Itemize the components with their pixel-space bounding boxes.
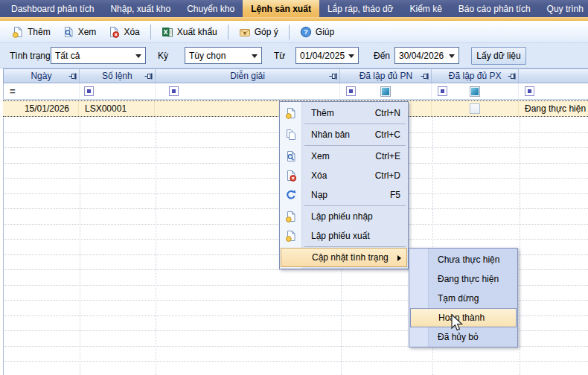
filter-condition-icon[interactable]	[525, 86, 534, 96]
copy-icon	[285, 129, 297, 141]
to-date-value: 30/04/2026	[399, 51, 444, 61]
menu-item-lap-phieu-nhap[interactable]: Lập phiếu nhập	[280, 207, 408, 226]
pin-column-icon[interactable]	[68, 73, 77, 80]
filter-condition-icon[interactable]	[346, 86, 356, 96]
add-document-icon	[285, 107, 297, 119]
view-document-icon	[63, 26, 74, 38]
tab-bao-cao-phan-tich[interactable]: Báo cáo phân tích	[450, 0, 539, 17]
column-gridline	[520, 118, 520, 375]
column-header-label: Diễn giải	[230, 71, 265, 81]
view-button-label: Xem	[78, 27, 97, 37]
submenu-item-dang-thuc-hien[interactable]: Đang thực hiện	[409, 269, 517, 289]
status-filter-combobox[interactable]: Tất cả	[51, 47, 146, 64]
period-filter-combobox[interactable]: Tùy chọn	[185, 47, 262, 64]
submenu-arrow-icon	[397, 255, 401, 261]
menu-item-shortcut: F5	[390, 190, 400, 200]
filter-cell-so-lenh[interactable]	[80, 83, 156, 99]
column-header-ngay[interactable]: Ngày	[4, 68, 80, 83]
pin-column-icon[interactable]	[329, 73, 337, 80]
column-header-label: Đã lập đủ PN	[359, 71, 412, 81]
add-document-icon	[12, 26, 24, 38]
tab-dashboard-phan-tich[interactable]: Dashboard phân tích	[3, 0, 102, 17]
add-button-label: Thêm	[28, 27, 51, 37]
pin-column-icon[interactable]	[508, 73, 516, 80]
pin-column-icon[interactable]	[421, 73, 429, 80]
tab-quy-trinh[interactable]: Quy trình	[539, 0, 588, 17]
feedback-button[interactable]: Góp ý	[233, 24, 284, 40]
load-data-button[interactable]: Lấy dữ liệu	[471, 47, 526, 65]
tab-chuyen-kho[interactable]: Chuyển kho	[179, 0, 243, 17]
tab-kiem-ke[interactable]: Kiểm kê	[401, 0, 450, 17]
chevron-down-icon	[348, 54, 354, 58]
menu-item-xoa[interactable]: Xóa Ctrl+D	[280, 166, 408, 185]
view-button[interactable]: Xem	[57, 24, 103, 40]
help-button[interactable]: Giúp	[294, 24, 340, 40]
filter-condition-icon[interactable]	[438, 86, 447, 96]
menu-item-cap-nhat-tinh-trang[interactable]: Cập nhật tình trạng	[281, 248, 407, 267]
menu-item-label: Lập phiếu xuất	[311, 231, 370, 241]
menu-item-shortcut: Ctrl+E	[375, 151, 400, 161]
filter-cell-ngay[interactable]: =	[4, 83, 80, 99]
chevron-down-icon	[135, 54, 141, 58]
cell-px-done[interactable]	[432, 101, 519, 116]
submenu-item-da-huy-bo[interactable]: Đã hủy bỏ	[409, 327, 517, 347]
export-button-label: Xuất khẩu	[177, 27, 217, 37]
column-header-label: Đã lập đủ PX	[449, 71, 502, 81]
excel-export-icon	[162, 26, 173, 38]
status-filter-label: Tình trạng	[10, 51, 51, 61]
to-date-picker[interactable]: 30/04/2026	[394, 47, 459, 64]
menu-item-them[interactable]: Thêm Ctrl+N	[280, 103, 408, 123]
column-header-da-lap-du-px[interactable]: Đã lập đủ PX	[432, 68, 519, 83]
feedback-icon	[239, 26, 251, 38]
chevron-down-icon	[252, 54, 258, 58]
column-header-so-lenh[interactable]: Số lệnh	[80, 68, 156, 83]
pn-filter-checkbox[interactable]	[380, 86, 391, 97]
cell-status[interactable]: Đang thực hiện	[519, 101, 588, 116]
submenu-item-chua-thuc-hien[interactable]: Chưa thực hiện	[409, 250, 517, 269]
period-filter-value: Tùy chọn	[189, 51, 226, 61]
menu-item-lap-phieu-xuat[interactable]: Lập phiếu xuất	[280, 226, 408, 246]
period-filter-label: Kỳ	[158, 51, 168, 61]
column-header-status[interactable]	[519, 68, 588, 83]
menu-item-nap[interactable]: Nạp F5	[280, 185, 408, 205]
app-window: Dashboard phân tích Nhập, xuất kho Chuyể…	[0, 0, 588, 375]
menu-item-shortcut: Ctrl+D	[375, 170, 400, 181]
delete-button[interactable]: Xóa	[102, 24, 145, 40]
pin-column-icon[interactable]	[144, 73, 153, 80]
menu-item-xem[interactable]: Xem Ctrl+E	[280, 147, 408, 166]
submenu-item-tam-dung[interactable]: Tạm dừng	[409, 289, 517, 308]
px-done-checkbox[interactable]	[470, 103, 480, 114]
equals-operator-icon[interactable]: =	[10, 86, 16, 97]
column-header-dien-giai[interactable]: Diễn giải	[156, 68, 341, 83]
context-menu: Thêm Ctrl+N Nhân bản Ctrl+C Xem Ctrl+E X…	[279, 101, 409, 269]
cell-date[interactable]: 15/01/2026	[3, 101, 79, 116]
filter-condition-icon[interactable]	[169, 86, 179, 96]
cell-order-no[interactable]: LSX00001	[79, 101, 155, 116]
column-header-da-lap-du-pn[interactable]: Đã lập đủ PN	[340, 68, 432, 83]
tab-lap-rap-thao-do[interactable]: Lắp ráp, tháo dỡ	[319, 0, 402, 17]
menubar: Dashboard phân tích Nhập, xuất kho Chuyể…	[0, 0, 588, 17]
grid-auto-filter-row: =	[3, 83, 588, 100]
toolbar-separator	[289, 25, 290, 39]
filter-cell-da-lap-du-px[interactable]	[432, 83, 519, 99]
mouse-cursor	[450, 314, 463, 333]
export-button[interactable]: Xuất khẩu	[156, 24, 223, 40]
submenu-item-hoan-thanh[interactable]: Hoàn thành	[410, 308, 517, 327]
submenu-item-label: Tạm dừng	[438, 293, 479, 304]
filter-cell-status[interactable]	[519, 83, 588, 99]
tab-lenh-san-xuat[interactable]: Lệnh sản xuất	[243, 0, 319, 17]
menu-item-nhan-ban[interactable]: Nhân bản Ctrl+C	[280, 125, 408, 144]
filter-cell-da-lap-du-pn[interactable]	[340, 83, 432, 99]
column-header-label: Số lệnh	[102, 71, 132, 81]
status-filter-value: Tất cả	[55, 51, 80, 61]
menu-item-label: Xem	[311, 151, 330, 161]
tab-nhap-xuat-kho[interactable]: Nhập, xuất kho	[102, 0, 179, 17]
filter-cell-dien-giai[interactable]	[156, 83, 341, 99]
add-button[interactable]: Thêm	[6, 24, 57, 40]
from-date-value: 01/04/2025	[300, 51, 345, 61]
from-date-picker[interactable]: 01/04/2025	[295, 47, 359, 64]
view-document-icon	[285, 150, 297, 162]
px-filter-checkbox[interactable]	[470, 86, 480, 97]
filter-condition-icon[interactable]	[84, 86, 94, 96]
to-date-label: Đến	[374, 51, 390, 61]
